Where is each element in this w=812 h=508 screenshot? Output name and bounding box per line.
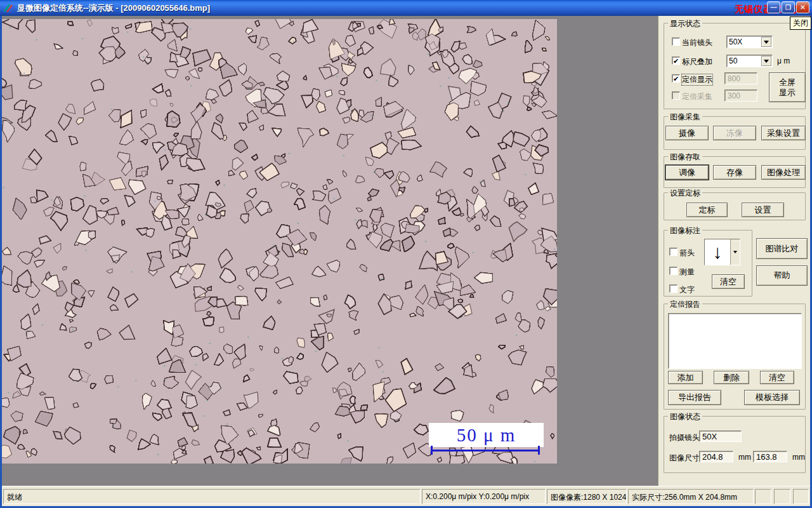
scale-bar-tick-right <box>538 446 540 455</box>
status-ready-text: 就绪 <box>7 493 22 502</box>
fullscreen-button[interactable]: 全屏 显示 <box>769 72 806 102</box>
lens-used-label: 拍摄镜头 <box>669 432 700 443</box>
measure-label: 测量 <box>679 267 695 277</box>
status-image-pixels-text: 图像像素:1280 X 1024 <box>551 493 626 502</box>
window-content: 50 μ m 显示状态 当前镜头 50X ✔ 标尺叠加 <box>2 16 810 506</box>
restore-icon: ❐ <box>785 4 791 11</box>
calibration-group-label: 设置定标 <box>668 188 702 199</box>
image-size-label: 图像尺寸 <box>669 453 700 464</box>
check-icon: ✔ <box>673 75 679 83</box>
setup-button[interactable]: 设置 <box>742 203 784 217</box>
scale-overlay-label: 标尺叠加 <box>682 57 712 67</box>
image-status-group: 图像状态 拍摄镜头 50X 图像尺寸 204.8 mm 163.8 mm <box>664 416 806 473</box>
current-lens-select[interactable]: 50X <box>726 36 773 48</box>
restore-button[interactable]: ❐ <box>782 1 795 13</box>
save-image-button[interactable]: 存像 <box>713 165 756 180</box>
current-lens-value: 50X <box>727 37 761 46</box>
fixed-display-input: 800 <box>724 72 757 84</box>
image-storage-group: 图像存取 调像 存像 图像处理 <box>664 156 806 188</box>
status-actual-size-panel: 实际尺寸:256.0mm X 204.8mm <box>628 489 754 504</box>
micrograph-frame: 50 μ m <box>2 19 557 464</box>
window-title: 显微图像定倍系统--演示版 - [20090602055646.bmp] <box>17 3 210 14</box>
image-height-value: 163.8 <box>753 451 787 462</box>
image-status-group-label: 图像状态 <box>668 411 702 422</box>
app-icon <box>4 3 14 13</box>
load-image-button[interactable]: 调像 <box>665 165 709 180</box>
check-icon: ✔ <box>673 57 679 65</box>
control-panel: 显示状态 当前镜头 50X ✔ 标尺叠加 50 μ m ✔ 定倍显示 800 <box>658 16 810 486</box>
report-listbox[interactable] <box>668 313 802 369</box>
report-group-label: 定倍报告 <box>668 299 702 310</box>
close-tooltip: 关闭 <box>790 17 811 30</box>
image-storage-group-label: 图像存取 <box>668 152 702 163</box>
fixed-capture-label: 定倍采集 <box>682 91 712 102</box>
status-image-pixels-panel: 图像像素:1280 X 1024 <box>547 489 627 504</box>
atlas-compare-button[interactable]: 图谱比对 <box>756 238 808 259</box>
freeze-button: 冻像 <box>713 126 756 140</box>
measure-checkbox[interactable] <box>669 267 678 275</box>
scale-bar-label: 50 μ m <box>457 425 516 446</box>
image-capture-group-label: 图像采集 <box>668 112 702 123</box>
image-width-value: 204.8 <box>699 451 733 462</box>
app-window: 显微图像定倍系统--演示版 - [20090602055646.bmp] 无锡仪… <box>0 0 812 508</box>
scale-value-dropdown-icon[interactable] <box>761 56 771 66</box>
fixed-display-label: 定倍显示 <box>682 74 712 85</box>
text-checkbox[interactable] <box>669 284 678 293</box>
status-actual-size-text: 实际尺寸:256.0mm X 204.8mm <box>632 493 737 502</box>
arrow-style-value: ↓ <box>705 239 730 265</box>
status-empty-panel-2 <box>774 489 790 504</box>
image-height-unit: mm <box>792 453 805 462</box>
arrow-style-select[interactable]: ↓ <box>704 239 740 265</box>
text-label: 文字 <box>679 284 695 295</box>
image-viewport: 50 μ m <box>2 16 658 486</box>
current-lens-checkbox[interactable] <box>672 37 680 46</box>
scale-overlay-checkbox[interactable]: ✔ <box>672 57 680 65</box>
close-button[interactable]: ✕ <box>796 1 809 13</box>
micrograph-image[interactable] <box>2 19 557 464</box>
status-pixel-scale-panel: X:0.200μ m/pix Y:0.200μ m/pix <box>422 489 546 504</box>
annotation-group: 图像标注 箭头 测量 文字 ↓ 清空 <box>664 230 752 297</box>
help-button[interactable]: 帮助 <box>756 265 808 286</box>
window-controls: — ❐ ✕ <box>767 1 809 13</box>
fixed-capture-checkbox <box>672 91 680 100</box>
report-clear-button[interactable]: 清空 <box>760 371 794 384</box>
display-status-group-label: 显示状态 <box>668 18 702 29</box>
image-capture-group: 图像采集 摄像 冻像 采集设置 <box>664 116 806 150</box>
title-bar: 显微图像定倍系统--演示版 - [20090602055646.bmp] 无锡仪… <box>0 0 812 16</box>
scale-value: 50 <box>727 57 761 65</box>
capture-settings-button[interactable]: 采集设置 <box>761 126 806 140</box>
current-lens-dropdown-icon[interactable] <box>761 37 771 47</box>
fixed-capture-input: 300 <box>724 90 757 102</box>
export-report-button[interactable]: 导出报告 <box>668 390 721 405</box>
arrow-checkbox[interactable] <box>669 248 678 256</box>
image-width-unit: mm <box>738 453 751 462</box>
status-bar: 就绪 X:0.200μ m/pix Y:0.200μ m/pix 图像像素:12… <box>2 486 810 506</box>
current-lens-label: 当前镜头 <box>682 37 712 48</box>
scale-bar-tick-left <box>431 446 433 455</box>
report-group: 定倍报告 添加 删除 清空 导出报告 模板选择 <box>664 304 806 410</box>
status-empty-panel-3 <box>793 489 809 504</box>
scale-bar-line <box>431 450 540 451</box>
arrow-label: 箭头 <box>679 248 695 258</box>
calibration-group: 设置定标 定标 设置 <box>664 192 806 220</box>
calibrate-button[interactable]: 定标 <box>686 203 728 217</box>
scale-bar-overlay: 50 μ m <box>429 423 544 447</box>
clear-annotation-button[interactable]: 清空 <box>712 274 745 289</box>
report-delete-button[interactable]: 删除 <box>714 371 749 384</box>
arrow-style-dropdown-icon[interactable] <box>730 239 740 265</box>
minimize-button[interactable]: — <box>767 1 780 13</box>
minimize-icon: — <box>771 4 777 11</box>
report-add-button[interactable]: 添加 <box>668 371 703 384</box>
image-process-button[interactable]: 图像处理 <box>761 165 806 180</box>
display-status-group: 显示状态 当前镜头 50X ✔ 标尺叠加 50 μ m ✔ 定倍显示 800 <box>664 23 806 109</box>
close-icon: ✕ <box>800 4 805 11</box>
status-empty-panel-1 <box>755 489 771 504</box>
scale-value-select[interactable]: 50 <box>726 55 773 67</box>
status-pixel-scale-text: X:0.200μ m/pix Y:0.200μ m/pix <box>426 492 529 501</box>
shoot-button[interactable]: 摄像 <box>665 126 709 140</box>
lens-used-value: 50X <box>699 431 742 442</box>
scale-unit-label: μ m <box>777 57 790 65</box>
template-select-button[interactable]: 模板选择 <box>744 390 800 405</box>
status-ready-panel: 就绪 <box>3 489 421 504</box>
fixed-display-checkbox[interactable]: ✔ <box>672 74 680 83</box>
